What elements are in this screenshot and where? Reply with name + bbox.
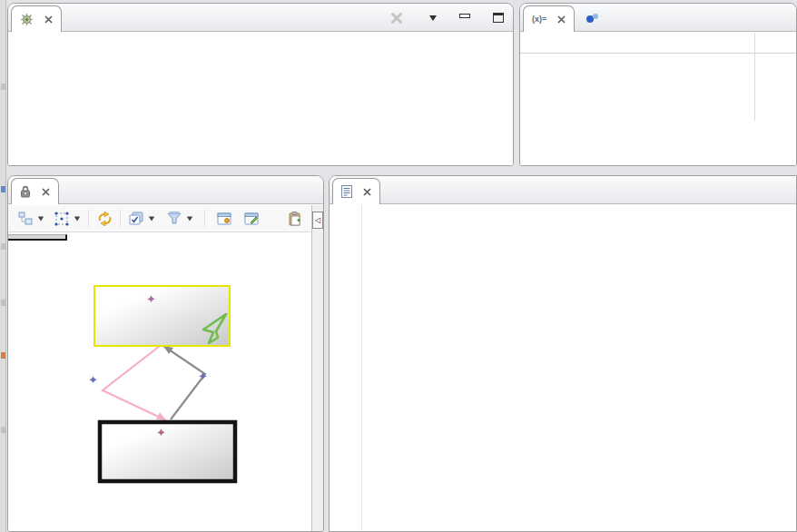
close-icon[interactable] [44,15,53,24]
select-marquee-icon[interactable] [52,209,72,229]
select-menu-icon[interactable] [72,209,83,229]
close-icon[interactable] [363,188,371,196]
variables-view-panel: (x)= [519,3,797,166]
debug-view-header [8,4,513,32]
debug-bug-icon [20,13,34,26]
variables-icon: (x)= [532,15,546,24]
debug-tree [8,33,513,165]
diagram-editor-panel: ◁ ✦ ✦ ✦ ✦ [7,175,324,532]
trim-mark [1,243,5,250]
debug-view-panel [7,3,514,166]
diagram-editor-header [8,176,323,204]
canvas-top-bar [8,234,67,241]
code-editor-header [330,176,796,204]
tab-debug[interactable] [11,5,62,32]
paste-icon[interactable] [285,209,305,229]
remove-terminated-icon[interactable] [387,8,407,28]
trim-mark-blue [1,186,5,192]
maximize-icon[interactable] [493,13,504,23]
state-box-S2[interactable] [94,286,230,346]
tab-breakpoints[interactable] [577,5,612,31]
arrowhead-S1_2 [163,346,173,354]
layers-icon[interactable] [126,209,146,229]
close-icon[interactable] [557,15,566,24]
layers-menu-icon[interactable] [146,209,157,229]
variables-view-header: (x)= [520,4,796,32]
filters-menu-icon[interactable] [184,209,195,229]
filters-icon[interactable] [164,209,184,229]
diamond-icon: ✦ [88,373,98,387]
left-trim-bar [0,0,6,532]
file-icon [341,185,352,198]
arrange-all-icon[interactable] [15,209,35,229]
annotation-ruler[interactable] [330,205,362,531]
lock-icon [20,185,31,198]
code-editor-area[interactable] [330,205,796,531]
refresh-icon[interactable] [94,209,114,229]
state-box-S1[interactable] [100,422,235,481]
minimize-icon[interactable] [459,14,470,18]
code-editor-panel [329,175,797,532]
transition-edge-S2_1[interactable] [103,346,166,420]
trim-mark-orange [1,352,5,359]
view-menu-icon[interactable] [429,15,437,21]
diamond-icon: ✦ [198,369,208,383]
diamond-icon: ✦ [146,292,156,306]
breakpoints-icon [585,13,598,24]
diagram-toolbar [8,205,311,232]
tab-diagram[interactable] [11,178,59,204]
diagram-canvas[interactable]: ✦ ✦ ✦ ✦ [8,233,311,531]
diamond-icon: ✦ [156,426,166,439]
trim-mark [1,300,5,306]
close-icon[interactable] [42,188,50,196]
state-machine-diagram: ✦ ✦ ✦ ✦ [8,233,313,532]
arrange-menu-icon[interactable] [35,209,46,229]
tab-k3fsm-file[interactable] [332,178,380,204]
export-model-icon[interactable] [241,209,261,229]
tab-variables[interactable]: (x)= [523,5,575,32]
column-divider[interactable] [754,33,755,121]
trim-mark [1,427,5,433]
export-image-icon[interactable] [214,209,234,229]
trim-mark [1,84,5,90]
palette-expand-button[interactable]: ◁ [312,212,323,229]
variables-table [520,33,796,165]
